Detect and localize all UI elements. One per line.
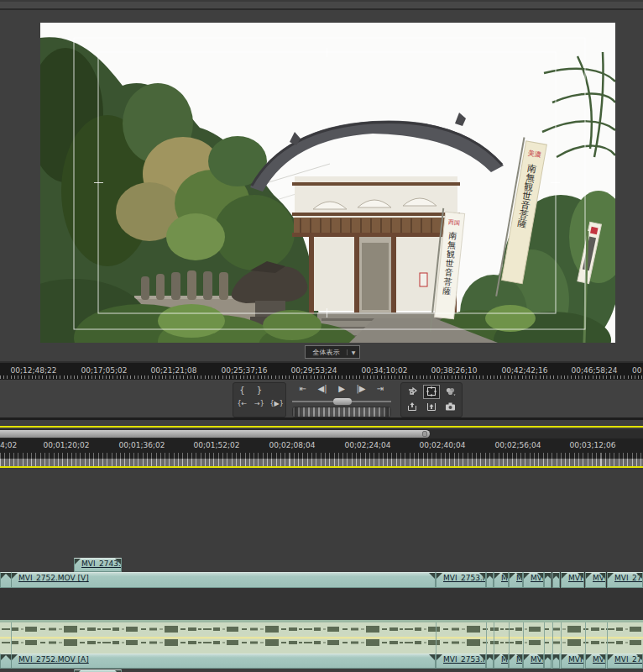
timeline-scrollbar[interactable] xyxy=(0,429,643,438)
clip-mvi-[interactable]: MVI_ xyxy=(523,654,544,669)
clip-boundary xyxy=(607,622,608,656)
clip-label: MVI_2753.M xyxy=(443,574,486,582)
clip-mv[interactable]: MV xyxy=(494,654,509,669)
loop-button[interactable] xyxy=(405,386,420,398)
shuttle-thumb[interactable] xyxy=(333,398,352,405)
clip-boundary xyxy=(494,622,494,656)
timecode-label: 00;42;42;16 xyxy=(502,366,548,375)
step-forward-button[interactable]: |▶ xyxy=(353,382,369,396)
clip-fragment[interactable] xyxy=(486,572,494,588)
timecode-label: 00;38;26;10 xyxy=(431,366,478,375)
add-marker-button[interactable] xyxy=(269,384,285,397)
next-marker-button[interactable]: ⇥ xyxy=(372,382,389,396)
zoom-level-dropdown[interactable]: 全体表示 ▼ xyxy=(305,345,360,359)
clip-boundary xyxy=(486,622,487,656)
clip-boundary xyxy=(509,622,510,656)
clip-mvi-2[interactable]: MVI_2 xyxy=(561,572,584,588)
program-monitor-time-ruler[interactable]: 00;12;48;2200;17;05;0200;21;21;0800;25;3… xyxy=(0,361,643,380)
audio-track-2[interactable]: MVI_2743.M xyxy=(0,669,643,672)
track-divider xyxy=(0,589,643,620)
audio-track-1-waveform[interactable] xyxy=(0,620,643,654)
play-in-to-out-button[interactable]: {▶} xyxy=(269,397,285,411)
clip-mv[interactable]: MV xyxy=(494,572,509,588)
clip-boundary xyxy=(11,622,12,656)
timecode-label: 00;17;05;02 xyxy=(81,366,128,375)
timeline-panel: 4;0200;01;20;0200;01;36;0200;01;52;0200;… xyxy=(0,424,643,672)
clip-label: MVI_2743.M xyxy=(81,559,122,568)
clip-boundary xyxy=(585,622,586,656)
marker-buttons-group: { } {← →} {▶} xyxy=(233,382,286,417)
safe-margins-button[interactable] xyxy=(424,386,439,398)
mark-in-button[interactable]: { xyxy=(234,384,249,397)
timecode-label: 00;25;37;16 xyxy=(222,366,268,375)
export-frame-button[interactable] xyxy=(443,401,458,413)
output-button[interactable] xyxy=(443,386,458,398)
clip-label: MVI_2 xyxy=(568,655,584,664)
export-frame-icon xyxy=(445,402,456,412)
clip-label: MV xyxy=(501,574,509,582)
clip-mvi-2752-mov-v-[interactable]: MVI_2752.MOV [V] xyxy=(11,572,436,588)
step-back-button[interactable]: ◀| xyxy=(314,382,331,396)
shuttle-slider[interactable] xyxy=(289,397,395,405)
application-window: 西国 南無観世音菩薩 美濃 南無観世音菩薩 xyxy=(0,0,643,672)
clip-mvi-2743-m[interactable]: MVI_2743.M xyxy=(74,558,122,572)
previous-marker-button[interactable]: ⇤ xyxy=(295,382,311,396)
clip-mvi-[interactable]: MVI_ xyxy=(585,572,606,588)
clip-mvi-[interactable]: MVI_ xyxy=(585,654,606,669)
clip-mvi-2753-m[interactable]: MVI_2753.M xyxy=(436,572,486,588)
loop-icon xyxy=(407,386,417,396)
timecode-label: 00;02;24;04 xyxy=(345,441,391,449)
clip-label: MV xyxy=(501,655,509,664)
timecode-label: 00;21;21;08 xyxy=(151,366,197,375)
program-monitor-video[interactable]: 西国 南無観世音菩薩 美濃 南無観世音菩薩 xyxy=(40,23,615,343)
ruler-ticks xyxy=(0,375,643,379)
clip-mv[interactable]: MV xyxy=(509,572,523,588)
timeline-scrollbar-thumb[interactable] xyxy=(0,430,430,438)
go-to-in-button[interactable]: {← xyxy=(234,397,249,411)
banner-center-top-text: 西国 xyxy=(448,219,461,227)
timecode-label: 00;12;48;22 xyxy=(11,366,57,375)
jog-wheel[interactable] xyxy=(292,407,391,417)
clip-mvi-2753-m[interactable]: MVI_2753.M xyxy=(436,654,486,669)
clip-label: MV xyxy=(516,655,523,664)
safe-margins-icon xyxy=(426,386,437,396)
clip-m[interactable]: M xyxy=(552,572,560,588)
clip-fragment[interactable] xyxy=(486,654,494,669)
audio-track-1[interactable]: MVI_2752.MOV [A]MVI_2753.MMVMVMVI_MMMVI_… xyxy=(0,654,643,669)
clip-m[interactable]: M xyxy=(544,654,552,669)
lift-button[interactable] xyxy=(405,401,420,413)
clip-mv[interactable]: MV xyxy=(509,654,523,669)
timecode-label: 4;02 xyxy=(0,441,17,449)
clip-m[interactable]: M xyxy=(552,654,560,669)
mark-out-button[interactable]: } xyxy=(252,384,267,397)
clip-mvi-[interactable]: MVI_ xyxy=(523,572,544,588)
timecode-label: 00;02;08;04 xyxy=(269,441,316,449)
timecode-label: 00;01;52;02 xyxy=(194,441,240,449)
timecode-label: 00;34;10;02 xyxy=(362,366,408,375)
timecode-label: 00;03;12;06 xyxy=(570,441,616,449)
clip-label: MVI_ xyxy=(593,574,606,582)
timecode-label: 00 xyxy=(632,366,641,375)
extract-button[interactable] xyxy=(424,401,439,413)
timecode-label: 00;01;20;02 xyxy=(44,441,90,449)
timecode-label: 00;46;58;24 xyxy=(572,366,618,375)
work-area-line-top xyxy=(0,426,643,428)
clip-mvi-2770[interactable]: MVI_2770 xyxy=(607,654,643,669)
play-button[interactable]: ▶ xyxy=(333,382,350,396)
timeline-time-ruler[interactable]: 4;0200;01;20;0200;01;36;0200;01;52;0200;… xyxy=(0,438,643,459)
clip-mvi-2752-mov-a-[interactable]: MVI_2752.MOV [A] xyxy=(11,654,436,669)
clip-label: MVI_2753.M xyxy=(443,655,486,664)
clip-m[interactable]: M xyxy=(544,572,552,588)
go-to-out-button[interactable]: →} xyxy=(252,397,267,411)
edit-buttons-group xyxy=(400,382,463,417)
video-track-2[interactable]: MVI_2743.M xyxy=(0,557,643,573)
video-track-1[interactable]: MVI_2752.MOV [V]MVI_2753.MMVMVMVI_MMMVI_… xyxy=(0,572,643,589)
clip-boundary xyxy=(544,622,545,656)
clip-mvi-2[interactable]: MVI_2 xyxy=(561,654,584,669)
timeline-tick-band xyxy=(0,459,643,466)
clip-label: MVI_2752.MOV [A] xyxy=(18,655,89,664)
clip-fragment[interactable] xyxy=(0,572,12,588)
clip-fragment[interactable] xyxy=(0,654,12,669)
clip-mvi-2770[interactable]: MVI_2770 xyxy=(607,572,643,588)
chevron-down-icon: ▼ xyxy=(347,349,359,355)
